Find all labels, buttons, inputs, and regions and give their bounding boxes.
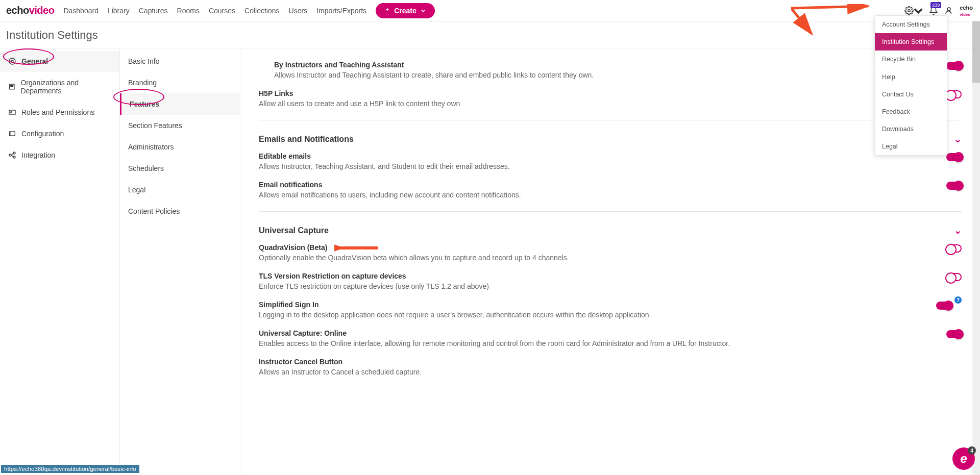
- mini-logo[interactable]: echovideo: [960, 5, 973, 17]
- midnav-schedulers[interactable]: Schedulers: [120, 158, 240, 179]
- logo[interactable]: echovideo: [6, 5, 54, 16]
- row-quadravision: QuadraVision (Beta) Optionally enable th…: [259, 240, 962, 269]
- svg-point-10: [11, 112, 12, 113]
- content-area: By Instructors and Teaching Assistant Al…: [240, 48, 980, 475]
- toggle-uc-online[interactable]: [946, 330, 962, 338]
- leftnav-orgs[interactable]: Organizations and Departments: [0, 72, 119, 102]
- toggle-simplified-signin[interactable]: [936, 302, 951, 310]
- chevron-down-icon: ⌄: [954, 225, 962, 236]
- scrollbar[interactable]: [972, 21, 980, 475]
- svg-line-2: [791, 6, 868, 8]
- divider: [259, 120, 962, 120]
- leftnav-label: General: [21, 57, 48, 65]
- fab-echo[interactable]: e4: [952, 447, 975, 470]
- nav-users[interactable]: Users: [289, 7, 308, 15]
- toggle-instructors-ta[interactable]: [946, 62, 962, 70]
- section-uc-heading[interactable]: Universal Capture ⌄: [259, 225, 962, 236]
- toggle-tls[interactable]: [946, 273, 962, 281]
- nav-collections[interactable]: Collections: [244, 7, 279, 15]
- row-tls: TLS Version Restriction on capture devic…: [259, 269, 962, 297]
- menu-feedback[interactable]: Feedback: [875, 103, 947, 120]
- nav-courses[interactable]: Courses: [209, 7, 235, 15]
- menu-legal[interactable]: Legal: [875, 138, 947, 155]
- caret-down-icon: [914, 6, 923, 15]
- user-icon: [944, 6, 953, 15]
- row-editable-emails: Editable emails Allows Instructor, Teach…: [259, 149, 962, 178]
- notification-badge: 239: [930, 2, 941, 8]
- svg-line-17: [11, 155, 13, 157]
- menu-recycle-bin[interactable]: Recycle Bin: [875, 51, 947, 68]
- feature-title: H5P Links: [259, 89, 460, 97]
- annotation-arrow-to-gear: [791, 4, 873, 46]
- feature-desc: Allows an Instructor to Cancel a schedul…: [259, 368, 422, 376]
- leftnav-general[interactable]: General: [0, 51, 119, 72]
- fab-count: 4: [968, 446, 976, 455]
- feature-title: Email notifications: [259, 181, 521, 189]
- svg-point-4: [11, 60, 13, 62]
- midnav-administrators[interactable]: Administrators: [120, 136, 240, 158]
- left-nav: General Organizations and Departments Ro…: [0, 48, 120, 475]
- gear-icon: [8, 57, 16, 65]
- notifications-button[interactable]: 239: [929, 6, 938, 15]
- toggle-editable-emails[interactable]: [946, 153, 962, 161]
- svg-rect-11: [10, 132, 15, 136]
- mid-nav: Basic Info Branding Features Section Fea…: [120, 48, 240, 475]
- feature-desc: Enables access to the Online interface, …: [259, 339, 730, 347]
- gear-icon: [904, 6, 914, 15]
- row-instructors-ta: By Instructors and Teaching Assistant Al…: [259, 58, 962, 86]
- status-url: https://echo360qa.dev/institution/genera…: [1, 465, 139, 473]
- nav-captures[interactable]: Captures: [139, 7, 168, 15]
- toggle-email-notifications[interactable]: [946, 182, 962, 190]
- svg-point-14: [13, 152, 15, 154]
- svg-point-5: [9, 58, 15, 64]
- midnav-branding[interactable]: Branding: [120, 72, 240, 93]
- leftnav-label: Roles and Permissions: [21, 108, 94, 116]
- nav-rooms[interactable]: Rooms: [177, 7, 200, 15]
- section-emails-heading[interactable]: Emails and Notifications ⌄: [259, 134, 962, 145]
- gear-dropdown[interactable]: [904, 6, 923, 15]
- feature-title: Editable emails: [259, 152, 510, 160]
- toggle-h5p[interactable]: [946, 90, 962, 98]
- create-label: Create: [394, 7, 416, 15]
- feature-title: Universal Capture: Online: [259, 329, 730, 337]
- svg-point-1: [947, 8, 950, 11]
- row-h5p: H5P Links Allow all users to create and …: [259, 86, 962, 115]
- sparkle-icon: [384, 7, 391, 14]
- svg-point-13: [9, 154, 11, 156]
- midnav-legal[interactable]: Legal: [120, 179, 240, 201]
- building-icon: [8, 83, 15, 91]
- row-email-notifications: Email notifications Allows email notific…: [259, 178, 962, 206]
- nav-dashboard[interactable]: Dashboard: [63, 7, 99, 15]
- midnav-features[interactable]: Features: [120, 93, 240, 115]
- row-uc-online: Universal Capture: Online Enables access…: [259, 326, 962, 355]
- scrollbar-thumb[interactable]: [972, 21, 980, 83]
- toggle-quadravision[interactable]: [946, 244, 962, 253]
- nav-library[interactable]: Library: [108, 7, 130, 15]
- settings-menu: Account Settings Institution Settings Re…: [874, 15, 947, 156]
- menu-help[interactable]: Help: [875, 68, 947, 86]
- midnav-content-policies[interactable]: Content Policies: [120, 201, 240, 222]
- sliders-icon: [8, 130, 16, 138]
- midnav-basic-info[interactable]: Basic Info: [120, 51, 240, 72]
- leftnav-config[interactable]: Configuration: [0, 123, 119, 144]
- annotation-arrow-quadravision: [334, 243, 380, 253]
- create-button[interactable]: Create: [376, 3, 435, 18]
- svg-point-0: [908, 9, 911, 12]
- svg-point-15: [13, 156, 15, 158]
- nav-imports[interactable]: Imports/Exports: [316, 7, 366, 15]
- chevron-down-icon: ⌄: [954, 134, 962, 145]
- midnav-section-features[interactable]: Section Features: [120, 115, 240, 136]
- menu-account-settings[interactable]: Account Settings: [875, 16, 947, 33]
- profile-button[interactable]: [944, 6, 953, 15]
- menu-downloads[interactable]: Downloads: [875, 120, 947, 138]
- leftnav-roles[interactable]: Roles and Permissions: [0, 102, 119, 123]
- menu-contact-us[interactable]: Contact Us: [875, 86, 947, 103]
- leftnav-label: Organizations and Departments: [20, 79, 111, 95]
- help-icon[interactable]: ?: [954, 296, 962, 304]
- feature-title: Instructor Cancel Button: [259, 358, 422, 366]
- menu-institution-settings[interactable]: Institution Settings: [875, 33, 947, 51]
- leftnav-label: Integration: [21, 151, 55, 159]
- nav-links: Dashboard Library Captures Rooms Courses…: [63, 7, 366, 15]
- row-instructor-cancel: Instructor Cancel Button Allows an Instr…: [259, 355, 962, 383]
- leftnav-integration[interactable]: Integration: [0, 144, 119, 166]
